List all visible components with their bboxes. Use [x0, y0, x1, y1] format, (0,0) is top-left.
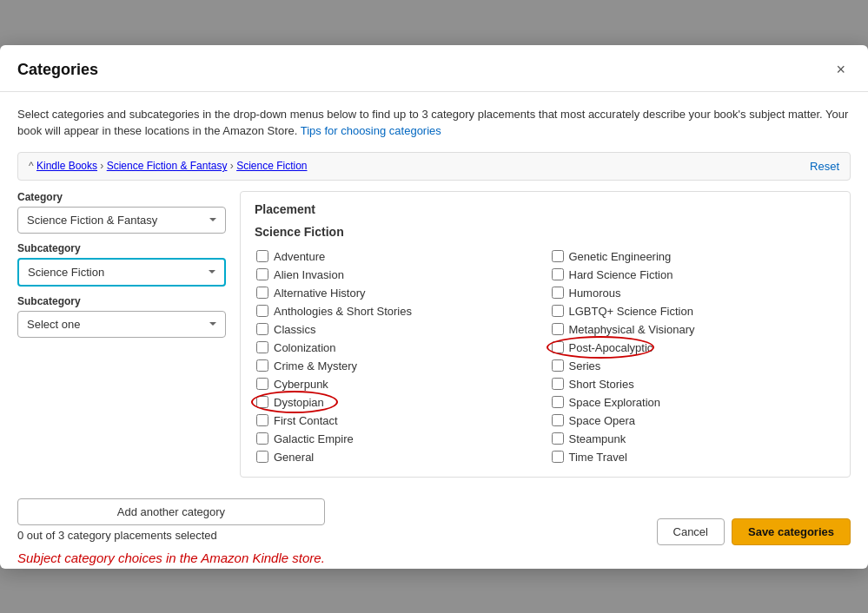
hard-sf-checkbox[interactable]	[552, 268, 564, 280]
general-checkbox[interactable]	[256, 451, 268, 463]
categories-modal: Categories × Select categories and subca…	[0, 45, 868, 569]
checkbox-genetic-engineering: Genetic Engineering	[550, 247, 837, 266]
main-content: Category Science Fiction & Fantasy Subca…	[17, 191, 851, 478]
save-categories-button[interactable]: Save categories	[732, 518, 851, 545]
subcategory1-dropdown[interactable]: Science Fiction	[17, 258, 226, 287]
placement-count: 0 out of 3 category placements selected	[17, 529, 325, 542]
post-apocalyptic-label[interactable]: Post-Apocalyptic	[569, 341, 653, 354]
classics-checkbox[interactable]	[256, 323, 268, 335]
alien-invasion-checkbox[interactable]	[256, 268, 268, 280]
adventure-label[interactable]: Adventure	[274, 250, 325, 263]
space-exploration-label[interactable]: Space Exploration	[569, 396, 661, 409]
checkbox-dystopian: Dystopian	[255, 393, 541, 412]
breadcrumb-sf-fantasy[interactable]: Science Fiction & Fantasy	[107, 160, 228, 172]
dystopian-checkbox[interactable]	[256, 396, 268, 408]
left-panel: Category Science Fiction & Fantasy Subca…	[17, 191, 226, 478]
checkbox-galactic-empire: Galactic Empire	[255, 430, 541, 448]
cancel-button[interactable]: Cancel	[657, 518, 725, 545]
checkbox-alien-invasion: Alien Invasion	[255, 266, 541, 284]
category-dropdown[interactable]: Science Fiction & Fantasy	[17, 207, 226, 234]
crime-mystery-label[interactable]: Crime & Mystery	[274, 359, 357, 372]
humorous-checkbox[interactable]	[552, 287, 564, 299]
time-travel-checkbox[interactable]	[552, 451, 564, 463]
galactic-empire-checkbox[interactable]	[256, 432, 268, 445]
colonization-checkbox[interactable]	[256, 341, 268, 353]
description-text: Select categories and subcategories in t…	[17, 106, 851, 140]
checkbox-space-opera: Space Opera	[550, 412, 837, 430]
bottom-left: Add another category 0 out of 3 category…	[17, 498, 325, 565]
steampunk-checkbox[interactable]	[552, 432, 564, 445]
checkbox-series: Series	[550, 357, 837, 375]
breadcrumb-sep1: ›	[100, 160, 106, 172]
steampunk-label[interactable]: Steampunk	[569, 432, 626, 445]
lgbtq-label[interactable]: LGBTQ+ Science Fiction	[569, 305, 693, 318]
lgbtq-checkbox[interactable]	[552, 305, 564, 317]
checkbox-lgbtq: LGBTQ+ Science Fiction	[550, 302, 837, 320]
checkbox-general: General	[255, 448, 541, 466]
category-label: Category	[17, 191, 226, 203]
checkbox-metaphysical: Metaphysical & Visionary	[550, 320, 837, 339]
humorous-label[interactable]: Humorous	[569, 287, 621, 300]
series-checkbox[interactable]	[552, 359, 564, 372]
right-panel: Placement Science Fiction Adventure	[240, 191, 851, 478]
placement-section-title: Science Fiction	[255, 225, 836, 239]
alien-invasion-label[interactable]: Alien Invasion	[274, 268, 344, 281]
checkbox-alternative-history: Alternative History	[255, 284, 541, 302]
close-button[interactable]: ×	[831, 59, 851, 81]
checkbox-anthologies: Anthologies & Short Stories	[255, 302, 541, 320]
annotation-text: Subject category choices in the Amazon K…	[17, 550, 325, 565]
subcategory2-label: Subcategory	[17, 295, 226, 307]
galactic-empire-label[interactable]: Galactic Empire	[274, 432, 354, 445]
modal-body: Select categories and subcategories in t…	[0, 92, 868, 491]
time-travel-label[interactable]: Time Travel	[569, 451, 627, 464]
space-opera-label[interactable]: Space Opera	[569, 414, 636, 427]
subcategory1-label: Subcategory	[17, 242, 226, 254]
tips-link[interactable]: Tips for choosing categories	[301, 124, 441, 137]
subcategory2-dropdown[interactable]: Select one	[17, 311, 226, 338]
adventure-checkbox[interactable]	[256, 250, 268, 262]
colonization-label[interactable]: Colonization	[274, 341, 336, 354]
footer-right: Cancel Save categories	[657, 518, 851, 545]
post-apocalyptic-checkbox[interactable]	[552, 341, 564, 353]
genetic-engineering-checkbox[interactable]	[552, 250, 564, 262]
bottom-bar: Add another category 0 out of 3 category…	[0, 491, 868, 569]
checkbox-steampunk: Steampunk	[550, 430, 837, 448]
first-contact-checkbox[interactable]	[256, 414, 268, 426]
modal-overlay: Categories × Select categories and subca…	[0, 0, 868, 613]
checkbox-space-exploration: Space Exploration	[550, 393, 837, 412]
crime-mystery-checkbox[interactable]	[256, 359, 268, 372]
general-label[interactable]: General	[274, 451, 314, 464]
alternative-history-checkbox[interactable]	[256, 287, 268, 299]
checkbox-humorous: Humorous	[550, 284, 837, 302]
checkbox-cyberpunk: Cyberpunk	[255, 375, 541, 393]
add-category-button[interactable]: Add another category	[17, 498, 325, 525]
anthologies-label[interactable]: Anthologies & Short Stories	[274, 305, 412, 318]
anthologies-checkbox[interactable]	[256, 305, 268, 317]
breadcrumb-row: ^ Kindle Books › Science Fiction & Fanta…	[17, 152, 851, 181]
cyberpunk-label[interactable]: Cyberpunk	[274, 378, 328, 391]
checkbox-classics: Classics	[255, 320, 541, 339]
space-opera-checkbox[interactable]	[552, 414, 564, 426]
short-stories-checkbox[interactable]	[552, 378, 564, 390]
hard-sf-label[interactable]: Hard Science Fiction	[569, 268, 673, 281]
genetic-engineering-label[interactable]: Genetic Engineering	[569, 250, 672, 263]
space-exploration-checkbox[interactable]	[552, 396, 564, 408]
breadcrumb: ^ Kindle Books › Science Fiction & Fanta…	[29, 160, 308, 172]
checkbox-crime-mystery: Crime & Mystery	[255, 357, 541, 375]
metaphysical-checkbox[interactable]	[552, 323, 564, 335]
first-contact-label[interactable]: First Contact	[274, 414, 338, 427]
breadcrumb-sf[interactable]: Science Fiction	[236, 160, 307, 172]
checkbox-hard-sf: Hard Science Fiction	[550, 266, 837, 284]
breadcrumb-kindle[interactable]: Kindle Books	[36, 160, 97, 172]
short-stories-label[interactable]: Short Stories	[569, 378, 634, 391]
reset-link[interactable]: Reset	[810, 160, 839, 173]
metaphysical-label[interactable]: Metaphysical & Visionary	[569, 323, 695, 336]
checkboxes-right-col: Genetic Engineering Hard Science Fiction…	[550, 247, 837, 466]
placement-title: Placement	[255, 202, 836, 216]
series-label[interactable]: Series	[569, 359, 601, 372]
classics-label[interactable]: Classics	[274, 323, 315, 336]
alternative-history-label[interactable]: Alternative History	[274, 287, 365, 300]
cyberpunk-checkbox[interactable]	[256, 378, 268, 390]
dystopian-label[interactable]: Dystopian	[274, 396, 324, 409]
checkbox-colonization: Colonization	[255, 339, 541, 357]
